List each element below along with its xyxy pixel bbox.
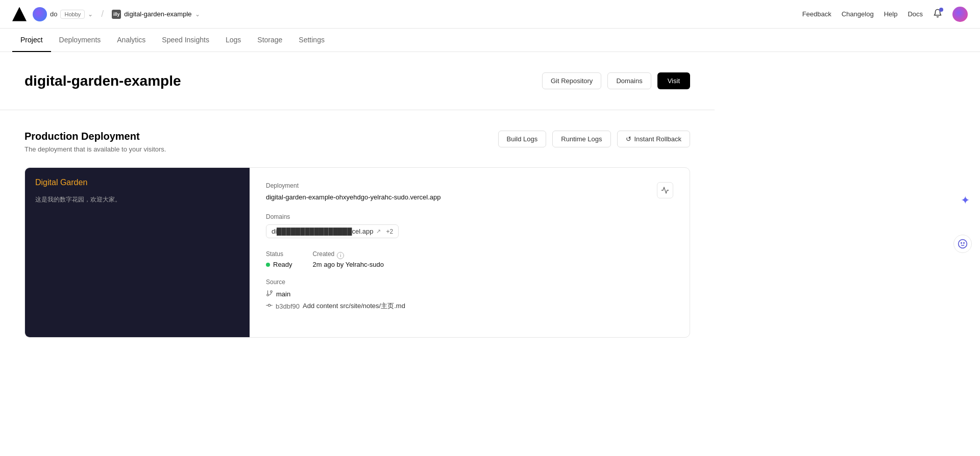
tab-settings[interactable]: Settings [290, 29, 333, 52]
vercel-logo-icon [12, 7, 27, 21]
commit-hash: b3dbf90 [276, 302, 300, 310]
notification-dot [939, 8, 943, 12]
tab-deployments[interactable]: Deployments [51, 29, 109, 52]
rollback-icon: ↺ [626, 135, 631, 143]
deployment-info: Deployment digital-garden-example-ohxyeh… [250, 168, 690, 337]
visit-button[interactable]: Visit [657, 72, 690, 89]
project-actions: Git Repository Domains Visit [542, 72, 690, 89]
production-deployment-section: Production Deployment The deployment tha… [24, 131, 690, 338]
tab-speed-insights[interactable]: Speed Insights [154, 29, 217, 52]
source-section: Source main [266, 278, 657, 311]
help-link[interactable]: Help [884, 10, 898, 18]
status-label: Status [266, 250, 292, 258]
header-left: do Hobby ⌄ / illy digital-garden-example… [12, 7, 794, 21]
instant-rollback-button[interactable]: ↺ Instant Rollback [617, 131, 691, 147]
tab-analytics[interactable]: Analytics [109, 29, 154, 52]
source-branch: main [266, 290, 657, 298]
section-actions: Build Logs Runtime Logs ↺ Instant Rollba… [498, 131, 690, 147]
notifications-button[interactable] [933, 9, 942, 19]
project-chevron-icon: ⌄ [195, 11, 200, 18]
domains-section: Domains di████████████████cel.app ↗ +2 [266, 213, 657, 238]
deployment-preview: Digital Garden 这是我的数字花园，欢迎大家。 [25, 168, 250, 337]
changelog-link[interactable]: Changelog [842, 10, 874, 18]
svg-point-8 [964, 243, 965, 244]
status-value: Ready [266, 261, 292, 268]
header-right: Feedback Changelog Help Docs [802, 7, 968, 22]
tab-project[interactable]: Project [12, 29, 51, 52]
domain-text: di████████████████cel.app [272, 227, 373, 235]
domain-badge[interactable]: di████████████████cel.app ↗ +2 [266, 224, 399, 238]
section-divider [0, 110, 715, 110]
tab-storage[interactable]: Storage [249, 29, 290, 52]
avatar [33, 7, 47, 21]
svg-point-3 [268, 304, 270, 306]
domain-count: +2 [386, 228, 393, 235]
header: do Hobby ⌄ / illy digital-garden-example… [0, 0, 980, 29]
chevron-down-icon: ⌄ [88, 11, 93, 18]
svg-point-6 [959, 240, 967, 248]
section-subtitle: The deployment that is available to your… [24, 145, 166, 153]
user-info[interactable]: do Hobby ⌄ [33, 7, 93, 21]
created-label: Created [313, 250, 335, 258]
created-col: Created i 2m ago by Yelrahc-sudo [313, 250, 384, 268]
project-selector[interactable]: illy digital-garden-example ⌄ [112, 10, 200, 19]
hobby-badge: Hobby [60, 10, 85, 19]
bot-icon[interactable] [953, 235, 972, 253]
domains-label: Domains [266, 213, 657, 220]
commit-icon [266, 302, 273, 310]
commit-message: Add content src/site/notes/主页.md [303, 301, 405, 311]
waveform-button[interactable] [657, 182, 673, 198]
preview-title: Digital Garden [35, 178, 239, 187]
external-link-icon: ↗ [376, 228, 381, 235]
feedback-link[interactable]: Feedback [802, 10, 831, 18]
build-logs-button[interactable]: Build Logs [498, 131, 547, 147]
svg-point-7 [961, 243, 962, 244]
tab-logs[interactable]: Logs [217, 29, 249, 52]
profile-avatar[interactable] [952, 7, 968, 22]
section-header: Production Deployment The deployment tha… [24, 131, 690, 153]
info-icon[interactable]: i [337, 252, 344, 259]
source-commit: b3dbf90 Add content src/site/notes/主页.md [266, 301, 657, 311]
sparkle-icon[interactable]: ✦ [961, 194, 970, 207]
status-col: Status Ready [266, 250, 292, 268]
branch-icon [266, 290, 273, 298]
status-dot [266, 263, 270, 267]
nav-tabs: Project Deployments Analytics Speed Insi… [0, 29, 980, 52]
status-row: Status Ready Created i [266, 250, 657, 268]
docs-link[interactable]: Docs [908, 10, 923, 18]
section-title-group: Production Deployment The deployment tha… [24, 131, 166, 153]
preview-text: 这是我的数字花园，欢迎大家。 [35, 195, 239, 204]
breadcrumb-divider: / [101, 9, 104, 19]
deployment-url: digital-garden-example-ohxyehdgo-yelrahc… [266, 193, 657, 201]
deployment-url-section: Deployment digital-garden-example-ohxyeh… [266, 182, 657, 201]
project-icon: illy [112, 10, 121, 19]
deployment-card: Digital Garden 这是我的数字花园，欢迎大家。 Deployment… [24, 167, 690, 338]
source-label: Source [266, 278, 657, 286]
project-header: digital-garden-example Git Repository Do… [24, 72, 690, 89]
created-value: 2m ago by Yelrahc-sudo [313, 261, 384, 268]
preview-content: Digital Garden 这是我的数字花园，欢迎大家。 [25, 168, 250, 214]
project-name: digital-garden-example [124, 10, 191, 18]
page-title: digital-garden-example [24, 73, 181, 89]
main-content: digital-garden-example Git Repository Do… [0, 52, 715, 358]
git-repository-button[interactable]: Git Repository [542, 72, 601, 89]
runtime-logs-button[interactable]: Runtime Logs [552, 131, 610, 147]
user-name: do [50, 10, 57, 18]
rollback-label: Instant Rollback [634, 135, 682, 143]
domains-button[interactable]: Domains [607, 72, 651, 89]
status-text: Ready [273, 261, 292, 268]
created-label-row: Created i [313, 250, 384, 261]
deployment-label: Deployment [266, 182, 657, 189]
section-title: Production Deployment [24, 131, 166, 142]
branch-name: main [276, 290, 290, 298]
